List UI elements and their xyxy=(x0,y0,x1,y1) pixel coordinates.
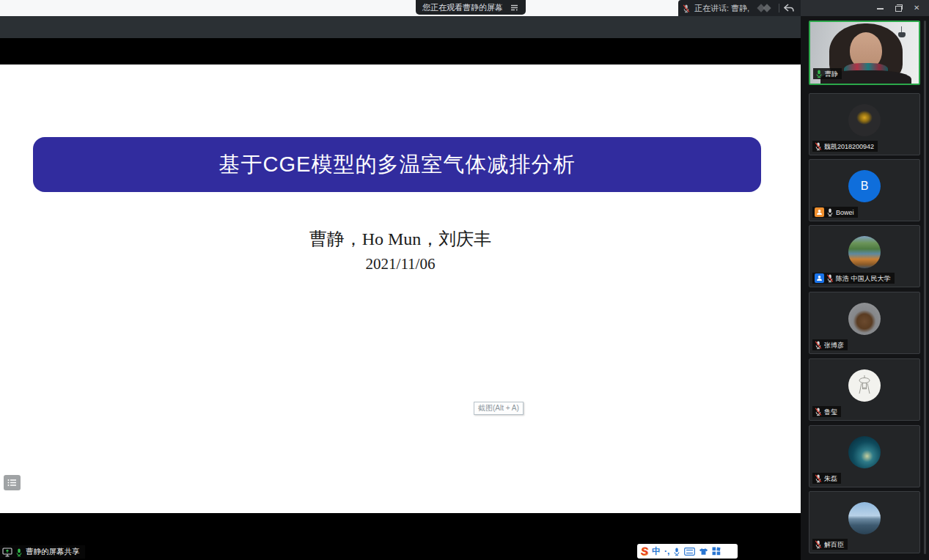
screenshot-tooltip: 截图(Alt + A) xyxy=(474,402,524,415)
ime-voice-icon[interactable] xyxy=(673,547,680,556)
mic-muted-icon xyxy=(683,4,690,13)
close-button[interactable] xyxy=(913,4,922,12)
list-icon xyxy=(7,478,18,487)
participant-name: 鲁玺 xyxy=(824,408,837,416)
avatar xyxy=(848,104,881,136)
participant-name-bar: 解百臣 xyxy=(812,539,848,550)
mic-on-icon xyxy=(15,548,23,557)
participant-tile[interactable]: B Bowei xyxy=(809,159,920,221)
participant-name-bar: 魏凯2018200942 xyxy=(812,141,878,152)
avatar-letter: B xyxy=(848,170,881,202)
speaking-status-text: 正在讲话: 曹静, xyxy=(694,3,749,14)
avatar: B xyxy=(848,170,881,202)
share-source-badge: 曹静的屏幕共享 xyxy=(0,545,85,559)
mic-on-icon xyxy=(826,207,834,217)
viewing-banner[interactable]: 您正在观看曹静的屏幕 xyxy=(416,0,526,15)
shared-window-titlebar-strip xyxy=(0,16,801,38)
participant-name-bar: 鲁玺 xyxy=(812,406,841,417)
participant-tile[interactable]: 陈浩 中国人民大学 xyxy=(809,225,920,287)
participant-name: 曹静 xyxy=(825,70,838,78)
participant-name-bar: 朱磊 xyxy=(812,473,841,484)
divider xyxy=(779,4,779,12)
sidebar-scrollbar[interactable] xyxy=(924,21,926,554)
ime-toolbox-icon[interactable] xyxy=(712,547,721,556)
presentation-slide: 基于CGE模型的多温室气体减排分析 曹静，Ho Mun，刘庆丰 2021/11/… xyxy=(0,65,801,513)
ime-punctuation-toggle[interactable]: ·, xyxy=(664,545,669,558)
ime-keyboard-icon[interactable] xyxy=(684,548,695,556)
slide-date: 2021/11/06 xyxy=(0,255,801,273)
avatar xyxy=(848,303,881,335)
participant-tile[interactable]: 解百臣 xyxy=(809,491,920,553)
participant-tile[interactable]: 魏凯2018200942 xyxy=(809,93,920,155)
participant-name: 朱磊 xyxy=(824,474,837,483)
avatar xyxy=(848,502,881,534)
ime-skin-icon[interactable] xyxy=(699,548,708,556)
back-arrow-icon[interactable] xyxy=(784,4,794,12)
ime-language-mode[interactable]: 中 xyxy=(652,545,661,558)
mic-muted-icon xyxy=(815,141,822,151)
member-badge-icon xyxy=(815,273,824,283)
slide-title: 基于CGE模型的多温室气体减排分析 xyxy=(219,150,576,180)
participant-name: Bowei xyxy=(836,208,854,217)
participant-name-bar: 曹静 xyxy=(813,68,842,79)
speaking-status-bar: 正在讲话: 曹静, xyxy=(678,0,801,16)
participant-name-bar: 陈浩 中国人民大学 xyxy=(812,273,895,284)
participant-tile[interactable]: 张博彦 xyxy=(809,292,920,354)
avatar xyxy=(848,436,881,468)
mic-on-icon xyxy=(815,69,823,78)
participant-name: 魏凯2018200942 xyxy=(824,142,874,151)
host-badge-icon xyxy=(815,207,824,217)
window-titlebar xyxy=(801,0,929,16)
meeting-app-logo-icon xyxy=(755,3,774,13)
tower-sketch xyxy=(855,375,874,397)
participants-sidebar: 曹静 魏凯2018200942 B xyxy=(801,0,929,560)
sogou-logo-icon[interactable]: S xyxy=(640,545,650,558)
share-source-label: 曹静的屏幕共享 xyxy=(26,547,80,557)
participant-name: 张博彦 xyxy=(824,341,844,350)
participant-name: 解百臣 xyxy=(824,540,844,549)
screen-share-icon xyxy=(2,548,12,557)
mic-muted-icon xyxy=(815,340,822,350)
mic-muted-icon xyxy=(826,273,834,283)
video-background-lamp xyxy=(898,32,906,37)
letterbox-top xyxy=(0,38,801,65)
mic-muted-icon xyxy=(815,407,822,416)
viewing-banner-text: 您正在观看曹静的屏幕 xyxy=(422,2,503,13)
ime-toolbar: S 中 ·, xyxy=(637,544,738,559)
meeting-window: 基于CGE模型的多温室气体减排分析 曹静，Ho Mun，刘庆丰 2021/11/… xyxy=(0,0,929,560)
participant-tile[interactable]: 朱磊 xyxy=(809,425,920,487)
participant-name-bar: Bowei xyxy=(812,207,858,218)
restore-button[interactable] xyxy=(895,4,903,12)
participant-tile[interactable]: 鲁玺 xyxy=(809,358,920,421)
participant-name: 陈浩 中国人民大学 xyxy=(836,274,891,283)
screen-share-view: 基于CGE模型的多温室气体减排分析 曹静，Ho Mun，刘庆丰 2021/11/… xyxy=(0,0,801,560)
mic-muted-icon xyxy=(815,539,822,549)
participant-name-bar: 张博彦 xyxy=(812,339,848,350)
avatar xyxy=(848,369,881,402)
slide-title-banner: 基于CGE模型的多温室气体减排分析 xyxy=(33,137,761,192)
participant-tile-caojing[interactable]: 曹静 xyxy=(809,21,920,85)
toolbar-expand-icon[interactable] xyxy=(510,4,519,12)
avatar xyxy=(848,236,881,268)
slide-authors: 曹静，Ho Mun，刘庆丰 xyxy=(0,227,801,251)
minimize-button[interactable] xyxy=(876,4,885,12)
annotation-panel-toggle[interactable] xyxy=(4,475,21,490)
mic-muted-icon xyxy=(815,474,822,483)
